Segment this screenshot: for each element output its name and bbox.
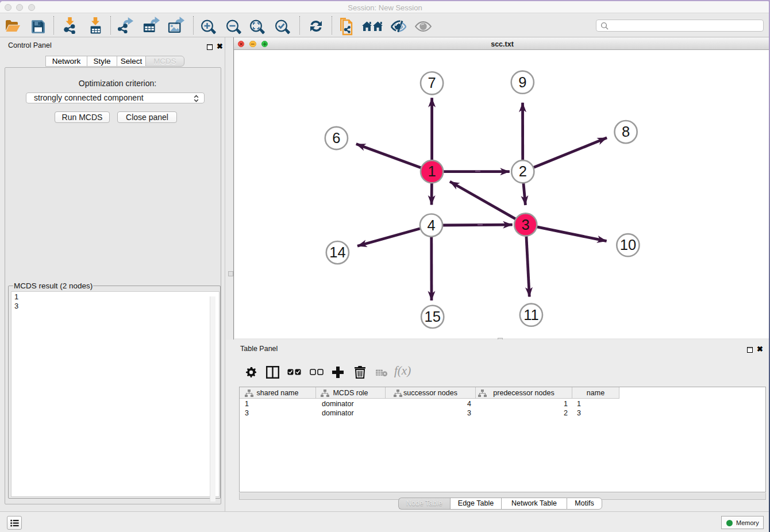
svg-text:10: 10: [620, 237, 636, 253]
svg-text:7: 7: [428, 75, 436, 91]
svg-text:3: 3: [522, 217, 530, 233]
svg-text:11: 11: [523, 307, 538, 323]
svg-text:6: 6: [332, 130, 340, 146]
svg-text:2: 2: [519, 163, 527, 179]
svg-text:9: 9: [518, 74, 526, 90]
svg-text:8: 8: [622, 124, 630, 140]
svg-text:14: 14: [329, 244, 345, 260]
svg-text:4: 4: [427, 217, 435, 233]
svg-text:15: 15: [425, 309, 441, 325]
svg-text:1: 1: [428, 163, 436, 179]
